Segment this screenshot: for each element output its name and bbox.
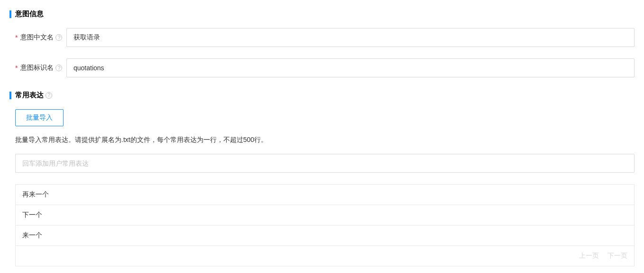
prev-page-button[interactable]: 上一页 [579, 252, 599, 260]
intent-info-section: 意图信息 * 意图中文名 ? * 意图标识名 ? [9, 9, 635, 77]
identifier-row: * 意图标识名 ? [9, 58, 635, 77]
expressions-section: 常用表达 ? 批量导入 批量导入常用表达。请提供扩展名为.txt的文件，每个常用… [9, 91, 635, 266]
required-asterisk: * [15, 64, 18, 72]
intent-info-title-row: 意图信息 [9, 9, 635, 19]
identifier-label-text: 意图标识名 [20, 64, 54, 72]
title-accent-bar [9, 10, 11, 18]
chinese-name-label-text: 意图中文名 [20, 33, 54, 42]
help-icon[interactable]: ? [55, 65, 62, 71]
identifier-input[interactable] [66, 58, 635, 77]
help-icon[interactable]: ? [46, 92, 52, 99]
identifier-label: * 意图标识名 ? [9, 64, 66, 72]
expression-list: 再来一个 下一个 来一个 上一页 下一页 [15, 184, 635, 266]
help-icon[interactable]: ? [55, 34, 62, 41]
list-item[interactable]: 来一个 [16, 226, 634, 246]
chinese-name-input[interactable] [66, 28, 635, 47]
intent-info-title: 意图信息 [15, 9, 44, 19]
title-accent-bar [9, 92, 11, 99]
add-expression-input[interactable] [15, 154, 635, 173]
pagination: 上一页 下一页 [16, 246, 634, 266]
expressions-title: 常用表达 [15, 91, 44, 100]
chinese-name-label: * 意图中文名 ? [9, 33, 66, 42]
list-item[interactable]: 再来一个 [16, 185, 634, 205]
expressions-area: 批量导入 批量导入常用表达。请提供扩展名为.txt的文件，每个常用表达为一行，不… [9, 109, 635, 266]
import-hint-text: 批量导入常用表达。请提供扩展名为.txt的文件，每个常用表达为一行，不超过500… [15, 136, 635, 144]
required-asterisk: * [15, 34, 18, 41]
expressions-title-row: 常用表达 ? [9, 91, 635, 100]
batch-import-button[interactable]: 批量导入 [15, 109, 64, 126]
list-item[interactable]: 下一个 [16, 205, 634, 226]
chinese-name-row: * 意图中文名 ? [9, 28, 635, 47]
next-page-button[interactable]: 下一页 [607, 252, 627, 260]
